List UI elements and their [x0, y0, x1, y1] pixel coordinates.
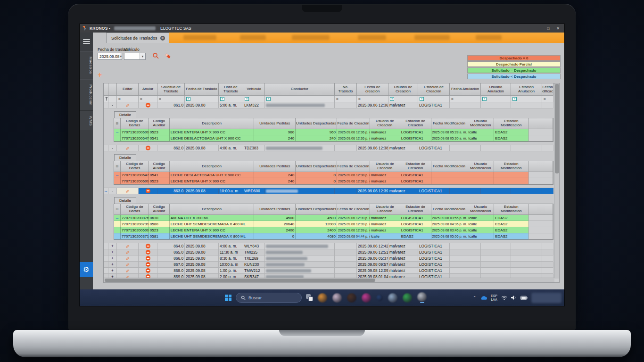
language-indicator[interactable]: ESPLAA: [491, 294, 497, 301]
filter-cell[interactable]: a: [481, 96, 511, 102]
detail-column-header[interactable]: Fecha Modificación: [431, 118, 468, 129]
edit-pencil-icon[interactable]: ✎: [125, 256, 129, 261]
detail-row[interactable]: →77071302008760630AVENA UHT X 200 ML4500…: [114, 215, 553, 221]
detail-column-header[interactable]: Usuario Modificación: [467, 161, 494, 172]
detail-tab[interactable]: Detalle: [114, 197, 136, 204]
detail-row[interactable]: 77071302007390580LECHE UHT SEMIDESCREMAD…: [114, 221, 553, 227]
expand-toggle[interactable]: -: [108, 102, 117, 108]
anular-minus-icon[interactable]: [146, 189, 150, 193]
filter-cell[interactable]: a: [511, 96, 542, 102]
taskbar-app-icon[interactable]: [332, 293, 342, 303]
table-row[interactable]: -✎862.02025.09.084:00 a. m.TDZ3832025.09…: [104, 145, 554, 151]
anular-cell[interactable]: [139, 243, 157, 249]
tray-chevron-up-icon[interactable]: ⌃: [473, 296, 476, 300]
edit-cell[interactable]: ✎: [117, 188, 139, 194]
filter-cell[interactable]: =: [139, 96, 157, 102]
windows-start-icon[interactable]: [225, 295, 231, 301]
onedrive-cloud-icon[interactable]: [480, 295, 487, 300]
anular-minus-icon[interactable]: [146, 146, 150, 150]
anular-cell[interactable]: [139, 262, 157, 268]
expand-toggle[interactable]: -: [108, 145, 117, 151]
edit-pencil-icon[interactable]: ✎: [125, 250, 129, 255]
anular-minus-icon[interactable]: [146, 103, 150, 107]
tab-close-icon[interactable]: ✕: [160, 36, 165, 41]
detail-column-header[interactable]: Código Auxiliar: [149, 161, 170, 172]
detail-column-header[interactable]: Estación de Creación: [400, 204, 431, 215]
anular-cell[interactable]: [139, 255, 157, 262]
detail-column-header[interactable]: Usuario Modificación: [467, 118, 494, 129]
anular-minus-icon[interactable]: [146, 256, 150, 261]
edit-cell[interactable]: ✎: [117, 262, 139, 268]
column-header[interactable]: Anular: [139, 83, 157, 96]
detail-column-header[interactable]: Código de Barras: [121, 161, 149, 172]
column-header[interactable]: No. Traslado: [335, 83, 357, 96]
detail-column-header[interactable]: Estacion Modificación: [494, 161, 528, 172]
taskbar-app-icon[interactable]: [417, 292, 427, 302]
edit-cell[interactable]: ✎: [117, 243, 139, 249]
anular-cell[interactable]: [139, 102, 157, 108]
filter-cell[interactable]: a: [243, 96, 265, 102]
sidebar-item-produccion[interactable]: Producción: [80, 79, 93, 111]
column-header[interactable]: Estación Anulacion: [511, 83, 542, 96]
anular-minus-icon[interactable]: [146, 262, 150, 267]
edit-pencil-icon[interactable]: ✎: [125, 268, 129, 273]
filter-cell[interactable]: a: [418, 96, 450, 102]
filter-cell[interactable]: =: [450, 96, 481, 102]
battery-icon[interactable]: [520, 296, 528, 300]
chevron-down-icon[interactable]: ▾: [140, 53, 145, 59]
filter-cell[interactable]: =: [117, 96, 139, 102]
detail-column-header[interactable]: Unidades Despachadas: [296, 161, 337, 172]
anular-cell[interactable]: [139, 249, 157, 255]
detail-column-header[interactable]: Usuario de Creación: [370, 204, 400, 215]
column-header[interactable]: Fecha Modificación: [542, 83, 553, 96]
anular-cell[interactable]: [139, 268, 157, 274]
filter-cell[interactable]: =: [335, 96, 357, 102]
column-header[interactable]: Usuario de Creación: [388, 83, 418, 96]
add-row-button[interactable]: +: [98, 72, 102, 78]
detail-column-header[interactable]: Fecha Modificación: [431, 161, 468, 172]
detail-row[interactable]: →77071302006090523LECHE ENTERA UHT X 900…: [114, 129, 553, 135]
detail-column-header[interactable]: Unidades Despachadas: [296, 204, 337, 215]
edit-cell[interactable]: ✎: [117, 255, 139, 262]
filter-cell[interactable]: =: [157, 96, 185, 102]
column-header[interactable]: Vehículo: [243, 83, 265, 96]
filter-cell[interactable]: a: [388, 96, 418, 102]
taskbar-search-input[interactable]: Buscar: [236, 293, 302, 303]
column-header[interactable]: Usuario Anulación: [481, 83, 511, 96]
detail-column-header[interactable]: Unidades Pedidas: [254, 161, 296, 172]
detail-tab[interactable]: Detalle: [114, 154, 136, 161]
edit-cell[interactable]: ✎: [117, 102, 139, 108]
detail-column-header[interactable]: Unidades Pedidas: [254, 204, 296, 215]
task-view-icon[interactable]: [306, 294, 314, 302]
edit-cell[interactable]: ✎: [117, 268, 139, 274]
horizontal-scrollbar[interactable]: [104, 278, 554, 282]
expand-toggle[interactable]: +: [108, 243, 117, 249]
filter-cell[interactable]: =: [357, 96, 388, 102]
detail-tab[interactable]: Detalle: [114, 111, 136, 118]
table-row[interactable]: +✎866.02025.09.088:30 a. m.TXE2692025.09…: [104, 255, 554, 262]
detail-row[interactable]: 77071302006470541LECHE DESLACTOSADA UHT …: [114, 135, 553, 141]
anular-minus-icon[interactable]: [146, 244, 150, 248]
detail-column-header[interactable]: Estacion Modificación: [494, 204, 528, 215]
clear-filter-eraser-icon[interactable]: [165, 52, 172, 60]
anular-minus-icon[interactable]: [146, 268, 150, 273]
detail-column-header[interactable]: Código de Barras: [121, 204, 149, 215]
edit-pencil-icon[interactable]: ✎: [125, 262, 129, 267]
detail-column-header[interactable]: Estación de Creación: [400, 161, 431, 172]
column-header[interactable]: Fecha Anulación: [450, 83, 481, 96]
detail-column-header[interactable]: Descripción: [170, 204, 255, 215]
taskbar-app-icon[interactable]: [376, 295, 383, 301]
expand-toggle[interactable]: +: [108, 249, 117, 255]
expand-toggle[interactable]: +: [108, 262, 117, 268]
detail-column-header[interactable]: Usuario de Creación: [370, 118, 400, 129]
detail-column-header[interactable]: Código Auxiliar: [149, 118, 170, 129]
clock-redacted[interactable]: [531, 293, 561, 303]
wifi-icon[interactable]: [501, 296, 507, 300]
detail-row[interactable]: 77071302006090523LECHE ENTERA UHT X 900 …: [114, 178, 553, 184]
detail-row[interactable]: 77071302006090523LECHE ENTERA UHT X 900 …: [114, 227, 553, 233]
column-header[interactable]: Fecha de creación: [357, 83, 388, 96]
edit-cell[interactable]: ✎: [117, 249, 139, 255]
table-row[interactable]: +✎864.02025.09.084:00 a. m.WLY8432025.09…: [104, 243, 554, 249]
filter-cell[interactable]: a: [185, 96, 219, 102]
anular-cell[interactable]: [139, 188, 157, 194]
